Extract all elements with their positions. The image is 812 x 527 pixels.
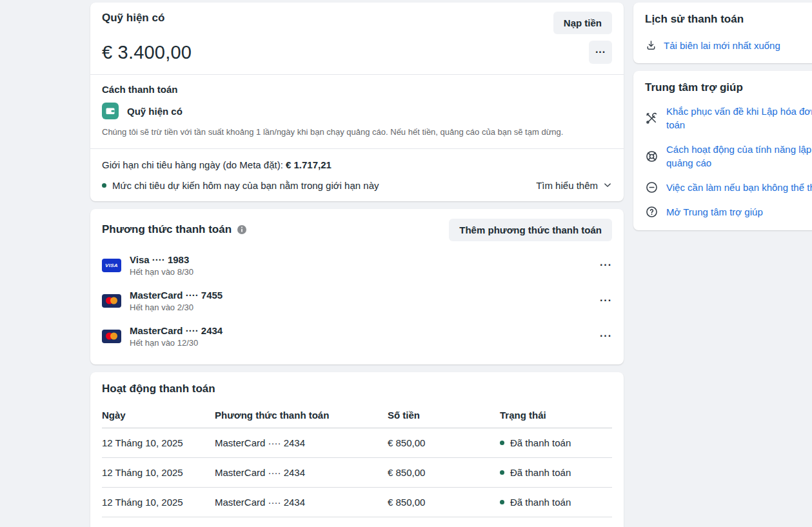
table-header-row: Ngày Phương thức thanh toán Số tiền Trạn…	[102, 404, 612, 428]
payment-activity-title: Hoạt động thanh toán	[102, 383, 612, 395]
wallet-icon	[102, 103, 119, 119]
cell-date: 12 Tháng 10, 2025	[102, 437, 215, 448]
cell-method: MasterCard ···· 2434	[215, 437, 388, 448]
balance-section: Quỹ hiện có Nạp tiền € 3.400,00 ···	[90, 3, 624, 74]
payment-history-card: Lịch sử thanh toán Tải biên lai mới nhất…	[633, 3, 812, 63]
balance-amount: € 3.400,00	[102, 42, 192, 63]
help-link-row: Việc cần làm nếu bạn không thể thanh toá…	[645, 181, 812, 194]
help-center-card: Trung tâm trợ giúp Khắc phục vấn đề khi …	[633, 71, 812, 230]
help-link[interactable]: Mở Trung tâm trợ giúp	[666, 205, 812, 219]
col-method: Phương thức thanh toán	[215, 410, 388, 421]
card-expiry: Hết hạn vào 12/30	[130, 338, 591, 348]
balance-title: Quỹ hiện có	[102, 12, 164, 25]
help-link-row: Mở Trung tâm trợ giúp	[645, 205, 812, 219]
info-icon[interactable]	[237, 224, 247, 235]
help-link[interactable]: Khắc phục vấn đề khi Lập hóa đơn và than…	[666, 104, 812, 132]
top-up-button[interactable]: Nạp tiền	[553, 12, 612, 34]
payment-methods-title: Phương thức thanh toán	[102, 223, 232, 236]
card-name: MasterCard ···· 2434	[130, 325, 591, 336]
mastercard-icon	[102, 294, 121, 308]
card-name: Visa ···· 1983	[130, 254, 591, 265]
payment-method-row: MasterCard ···· 2434 Hết hạn vào 12/30 ·…	[102, 319, 612, 354]
cell-date: 12 Tháng 10, 2025	[102, 467, 215, 478]
help-center-title: Trung tâm trợ giúp	[645, 81, 812, 94]
right-sidebar: Lịch sử thanh toán Tải biên lai mới nhất…	[633, 3, 812, 230]
daily-limit-amount: € 1.717,21	[286, 159, 332, 170]
balance-card: Quỹ hiện có Nạp tiền € 3.400,00 ··· Cách…	[90, 3, 624, 201]
payment-method-row: VISA Visa ···· 1983 Hết hạn vào 8/30 ···	[102, 248, 612, 283]
limit-status-dot	[102, 183, 106, 188]
card-more-button[interactable]: ···	[600, 259, 612, 271]
card-expiry: Hết hạn vào 8/30	[130, 267, 591, 277]
card-expiry: Hết hạn vào 2/30	[130, 303, 591, 312]
payment-method-list: VISA Visa ···· 1983 Hết hạn vào 8/30 ···…	[102, 248, 612, 354]
payment-history-title: Lịch sử thanh toán	[645, 13, 812, 26]
card-more-button[interactable]: ···	[600, 330, 612, 342]
help-link[interactable]: Cách hoạt động của tính năng lập hóa đơn…	[666, 143, 812, 170]
question-circle-icon	[645, 205, 659, 219]
lifebuoy-icon	[645, 150, 659, 163]
how-you-pay-heading: Cách thanh toán	[102, 84, 612, 95]
payment-method-info-section: Cách thanh toán Quỹ hiện có Chúng tôi sẽ…	[90, 74, 624, 148]
charge-description: Chúng tôi sẽ trừ tiền với tần suất khoản…	[102, 126, 612, 138]
cell-date: 12 Tháng 10, 2025	[102, 497, 215, 508]
payment-activity-card: Hoạt động thanh toán Ngày Phương thức th…	[90, 372, 624, 527]
cell-amount: € 850,00	[388, 467, 500, 478]
add-payment-method-button[interactable]: Thêm phương thức thanh toán	[449, 219, 612, 241]
tools-icon	[645, 112, 659, 125]
card-name: MasterCard ···· 7455	[130, 290, 591, 301]
paid-status-dot	[500, 470, 504, 475]
chevron-down-icon	[603, 181, 612, 190]
payment-methods-card: Phương thức thanh toán Thêm phương thức …	[90, 209, 624, 364]
visa-card-icon: VISA	[102, 259, 121, 272]
cell-method: MasterCard ···· 2434	[215, 467, 388, 478]
col-amount: Số tiền	[388, 410, 500, 421]
minus-circle-icon	[645, 181, 659, 194]
help-link-row: Cách hoạt động của tính năng lập hóa đơn…	[645, 143, 812, 170]
col-status: Trạng thái	[500, 410, 612, 421]
download-icon	[645, 39, 657, 52]
spend-limit-section: Giới hạn chi tiêu hàng ngày (do Meta đặt…	[90, 148, 624, 201]
cell-status: Đã thanh toán	[510, 497, 571, 508]
card-more-button[interactable]: ···	[600, 295, 612, 306]
main-column: Quỹ hiện có Nạp tiền € 3.400,00 ··· Cách…	[90, 3, 624, 527]
cell-status: Đã thanh toán	[510, 437, 571, 448]
balance-more-button[interactable]: ···	[589, 41, 612, 64]
cell-amount: € 850,00	[388, 497, 500, 508]
help-link[interactable]: Việc cần làm nếu bạn không thể thanh toá…	[666, 181, 812, 194]
learn-more-expander[interactable]: Tìm hiểu thêm	[536, 180, 612, 191]
table-row: 12 Tháng 10, 2025 MasterCard ···· 2434 €…	[102, 458, 612, 488]
mastercard-icon	[102, 330, 121, 343]
table-row: 12 Tháng 10, 2025 MasterCard ···· 2434 €…	[102, 488, 612, 517]
daily-limit-label: Giới hạn chi tiêu hàng ngày (do Meta đặt…	[102, 159, 286, 170]
paid-status-dot	[500, 500, 504, 504]
cell-amount: € 850,00	[388, 437, 500, 448]
col-date: Ngày	[102, 410, 215, 421]
cell-status: Đã thanh toán	[510, 467, 571, 478]
limit-status-text: Mức chi tiêu dự kiến hôm nay của bạn nằm…	[112, 180, 379, 191]
payment-method-row: MasterCard ···· 7455 Hết hạn vào 2/30 ··…	[102, 283, 612, 319]
table-row: 12 Tháng 10, 2025 MasterCard ···· 2434 €…	[102, 428, 612, 458]
funding-source-name: Quỹ hiện có	[127, 106, 183, 117]
activity-table: Ngày Phương thức thanh toán Số tiền Trạn…	[102, 404, 612, 517]
cell-method: MasterCard ···· 2434	[215, 497, 388, 508]
help-link-row: Khắc phục vấn đề khi Lập hóa đơn và than…	[645, 104, 812, 132]
learn-more-label: Tìm hiểu thêm	[536, 180, 598, 191]
paid-status-dot	[500, 441, 504, 445]
download-receipt-link[interactable]: Tải biên lai mới nhất xuống	[664, 40, 780, 51]
